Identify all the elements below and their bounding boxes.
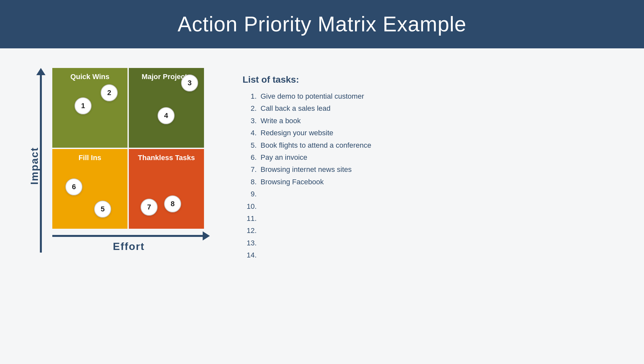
list-item: 6. Pay an invoice xyxy=(243,151,406,163)
bubble-3: 3 xyxy=(181,74,198,91)
matrix-top-row: Quick Wins 1 2 Major Proj xyxy=(52,68,210,148)
x-axis-label: Effort xyxy=(113,240,144,252)
list-item: 13. xyxy=(243,237,406,249)
x-axis-arrow xyxy=(203,231,210,240)
list-item: 4. Redesign your website xyxy=(243,127,406,139)
page-title: Action Priority Matrix Example xyxy=(178,12,466,36)
quadrant-major-projects: Major Projects 3 4 xyxy=(129,68,204,148)
y-axis-arrow xyxy=(36,68,45,75)
bubble-8: 8 xyxy=(164,195,181,212)
thankless-tasks-label: Thankless Tasks xyxy=(133,154,199,162)
bubble-1: 1 xyxy=(75,97,92,114)
quadrant-quick-wins: Quick Wins 1 2 xyxy=(52,68,127,148)
bubble-2: 2 xyxy=(101,84,118,101)
bubble-6: 6 xyxy=(65,178,82,195)
quadrant-thankless-tasks: Thankless Tasks 7 8 xyxy=(129,149,204,229)
quick-wins-label: Quick Wins xyxy=(57,73,123,81)
page-header: Action Priority Matrix Example xyxy=(0,0,644,48)
list-item: 5. Book flights to attend a conference xyxy=(243,139,406,151)
list-item: 7. Browsing internet news sites xyxy=(243,163,406,175)
task-list: List of tasks: 1. Give demo to potential… xyxy=(243,68,406,261)
list-item: 12. xyxy=(243,224,406,237)
list-item: 3. Write a book xyxy=(243,115,406,127)
list-item: 9. xyxy=(243,188,406,200)
list-item: 2. Call back a sales lead xyxy=(243,102,406,114)
main-content: Quick Wins 1 2 Major Proj xyxy=(0,48,644,274)
bubble-7: 7 xyxy=(141,199,158,216)
matrix-wrapper: Quick Wins 1 2 Major Proj xyxy=(33,68,210,253)
matrix-bottom-row: Fill Ins 6 5 Thankless Ta xyxy=(52,149,210,229)
y-axis-label: Impact xyxy=(28,147,41,185)
task-list-items: 1. Give demo to potential customer 2. Ca… xyxy=(243,90,406,261)
task-list-header: List of tasks: xyxy=(243,74,406,85)
x-axis-line xyxy=(52,235,203,237)
list-item: 11. xyxy=(243,212,406,224)
list-item: 14. xyxy=(243,249,406,261)
bubble-5: 5 xyxy=(94,201,111,218)
fill-ins-label: Fill Ins xyxy=(57,154,123,162)
bubble-4: 4 xyxy=(158,107,175,124)
matrix-grid: Quick Wins 1 2 Major Proj xyxy=(52,68,210,229)
list-item: 10. xyxy=(243,200,406,212)
list-item: 1. Give demo to potential customer xyxy=(243,90,406,102)
quadrant-fill-ins: Fill Ins 6 5 xyxy=(52,149,127,229)
list-item: 8. Browsing Facebook xyxy=(243,176,406,188)
